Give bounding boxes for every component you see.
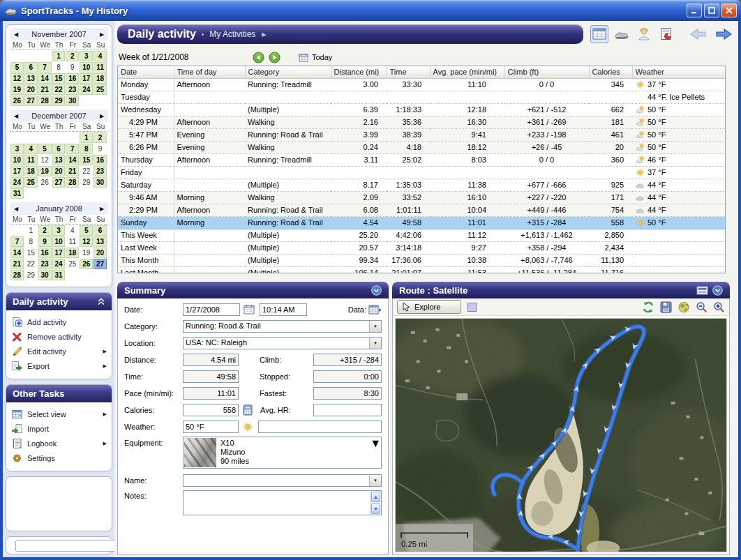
calendar-day[interactable]: 28 xyxy=(38,96,52,106)
calendar-day[interactable]: 4 xyxy=(66,225,79,236)
table-row[interactable]: ThursdayAfternoonRunning: Treadmill3.112… xyxy=(118,153,726,166)
calendar-day[interactable]: 20 xyxy=(24,84,38,95)
calendar-day[interactable]: 25 xyxy=(66,259,79,269)
column-header[interactable]: Distance (mi) xyxy=(331,66,387,78)
column-header[interactable]: Date xyxy=(118,66,174,78)
calendar-day[interactable]: 10 xyxy=(52,236,66,247)
calendar-day[interactable]: 25 xyxy=(93,84,107,95)
calendar-day[interactable]: 29 xyxy=(24,270,38,280)
table-row[interactable]: Wednesday(Multiple)6.391:18:3312:18+621 … xyxy=(118,103,726,116)
calendar-day[interactable]: 28 xyxy=(66,177,79,188)
calendar-day[interactable]: 3 xyxy=(80,51,93,61)
calendar-day[interactable]: 14 xyxy=(38,73,52,84)
explore-button[interactable]: Explore xyxy=(397,300,461,314)
table-row[interactable]: Tuesday44 °F. Ice Pellets xyxy=(118,91,726,103)
chevron-down-icon[interactable]: ▼ xyxy=(369,338,381,349)
column-header[interactable]: Time xyxy=(387,66,430,78)
map-globe-icon[interactable] xyxy=(678,301,690,313)
calendar-day[interactable]: 31 xyxy=(52,270,66,280)
calendar-day[interactable]: 19 xyxy=(80,248,93,258)
activity-table-header[interactable]: DateTime of dayCategoryDistance (mi)Time… xyxy=(118,66,726,78)
calendar-day[interactable]: 18 xyxy=(66,248,79,258)
column-header[interactable]: Time of day xyxy=(174,66,245,78)
next-month-button[interactable]: ▶ xyxy=(98,206,106,212)
calendar-day[interactable]: 12 xyxy=(10,73,24,84)
calendar-day[interactable]: 1 xyxy=(80,133,93,143)
prev-month-button[interactable]: ◀ xyxy=(12,206,20,212)
calendar-day[interactable]: 7 xyxy=(66,144,79,154)
search-input[interactable] xyxy=(15,540,120,552)
view-options-icon[interactable] xyxy=(696,286,708,295)
chevron-down-icon[interactable]: ▼ xyxy=(369,321,381,332)
calendar-day[interactable]: 12 xyxy=(80,236,93,247)
calendar-day[interactable]: 11 xyxy=(66,236,79,247)
calendar-day[interactable]: 30 xyxy=(38,270,52,280)
calendar-day[interactable]: 5 xyxy=(10,62,24,73)
back-button[interactable] xyxy=(689,27,708,41)
calendar-day[interactable]: 30 xyxy=(93,177,107,188)
calendar-day[interactable]: 10 xyxy=(80,62,93,73)
scroll-down-icon[interactable]: ▼ xyxy=(371,504,380,514)
calendar-day[interactable]: 16 xyxy=(93,155,107,165)
minimize-button[interactable] xyxy=(687,3,702,17)
previous-week-button[interactable] xyxy=(253,52,264,63)
summary-collapse-button[interactable] xyxy=(371,285,382,296)
sidebar-item-logbook[interactable]: Logbook▶ xyxy=(11,436,107,451)
calendar-day[interactable]: 26 xyxy=(38,177,52,188)
table-row[interactable]: 4:29 PMAfternoonWalking2.1635:3616:30+36… xyxy=(118,116,726,128)
equipment-dropdown[interactable]: X10 Mizuno 90 miles ▼ xyxy=(183,437,382,469)
calendar-day[interactable]: 1 xyxy=(52,51,66,61)
calendar-day[interactable]: 14 xyxy=(66,155,79,165)
today-button[interactable]: Today xyxy=(299,53,332,62)
calendar-day[interactable]: 8 xyxy=(80,144,93,154)
calendar-day[interactable]: 11 xyxy=(24,155,38,165)
calories-field[interactable] xyxy=(183,404,239,416)
calendar-day[interactable]: 2 xyxy=(93,133,107,143)
calendar-day[interactable]: 29 xyxy=(80,177,93,188)
calories-calculator-button[interactable] xyxy=(241,404,254,416)
calendar-day[interactable]: 14 xyxy=(10,248,24,258)
calendar-day[interactable]: 13 xyxy=(24,73,38,84)
calendar-day[interactable]: 11 xyxy=(93,62,107,73)
zoom-out-icon[interactable] xyxy=(696,301,708,313)
calendar-day[interactable]: 13 xyxy=(93,236,107,247)
weather-note-field[interactable] xyxy=(258,421,382,433)
calendar-day[interactable]: 21 xyxy=(66,166,79,176)
avg-hr-field[interactable] xyxy=(313,404,382,416)
calendar-day[interactable]: 24 xyxy=(52,259,66,269)
calendar-day[interactable]: 27 xyxy=(52,177,66,188)
calendar-day[interactable]: 17 xyxy=(10,166,24,176)
sidebar-item-export[interactable]: Export▶ xyxy=(11,358,107,373)
calendar-day[interactable]: 26 xyxy=(10,96,24,106)
calendar-day[interactable]: 27 xyxy=(24,96,38,106)
calendar-day[interactable]: 22 xyxy=(24,259,38,269)
column-header[interactable]: Avg. pace (min/mi) xyxy=(430,66,504,78)
calendar-day[interactable]: 18 xyxy=(93,73,107,84)
reports-view-button[interactable] xyxy=(657,25,675,43)
collapse-chevron-icon[interactable] xyxy=(97,298,105,305)
calendar-day[interactable]: 19 xyxy=(38,166,52,176)
calendar-day[interactable]: 8 xyxy=(52,62,66,73)
calendar-day[interactable]: 9 xyxy=(66,62,79,73)
calendar-day[interactable]: 5 xyxy=(80,225,93,236)
calendar-day[interactable]: 24 xyxy=(10,177,24,188)
calendar-day[interactable]: 25 xyxy=(24,177,38,188)
table-row[interactable]: Last Week(Multiple)20.573:14:189:27+358 … xyxy=(118,241,726,254)
calendar-day[interactable]: 15 xyxy=(52,73,66,84)
table-row[interactable]: This Week(Multiple)25.204:42:0611:12+1,6… xyxy=(118,229,726,241)
calendar-day[interactable]: 3 xyxy=(52,225,66,236)
notes-scrollbar[interactable]: ▲ ▼ xyxy=(370,491,381,515)
table-row[interactable]: SundayMorningRunning: Road & Trail4.5449… xyxy=(118,216,726,229)
sidebar-item-remove-activity[interactable]: Remove activity xyxy=(11,329,107,344)
calendar-day[interactable]: 28 xyxy=(10,270,24,280)
calendar-day[interactable]: 12 xyxy=(38,155,52,165)
calendar-day[interactable]: 22 xyxy=(52,84,66,95)
table-row[interactable]: Saturday(Multiple)8.171:35:0311:38+677 /… xyxy=(118,179,726,191)
route-map[interactable]: 0.25 mi xyxy=(396,319,726,552)
calendar-day[interactable]: 26 xyxy=(80,259,93,269)
column-header[interactable]: Climb (ft) xyxy=(504,66,589,78)
calendar-day[interactable]: 10 xyxy=(10,155,24,165)
column-header[interactable]: Calories xyxy=(589,66,632,78)
scroll-up-icon[interactable]: ▲ xyxy=(371,492,380,502)
time-field[interactable] xyxy=(260,303,307,316)
